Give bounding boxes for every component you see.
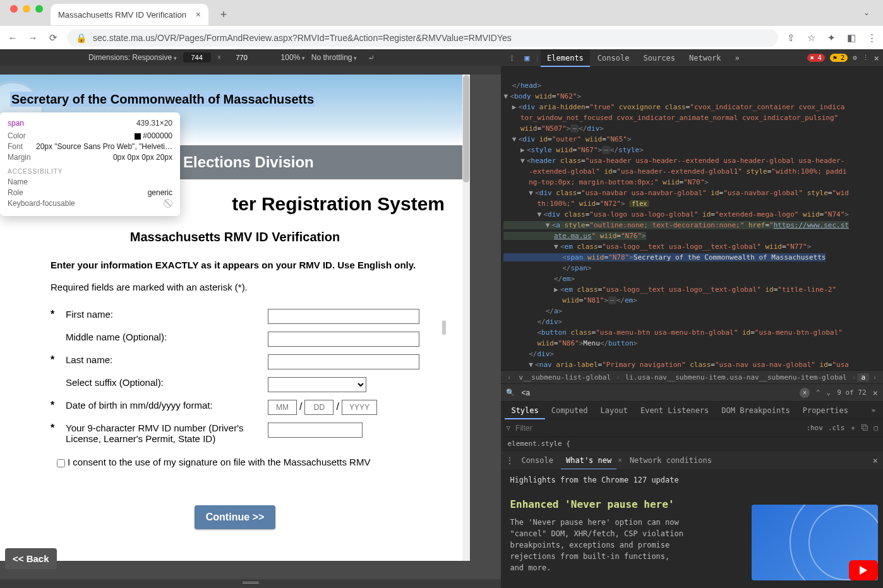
search-icon: 🔍 bbox=[506, 388, 515, 397]
first-name-label: First name: bbox=[66, 309, 261, 320]
back-button[interactable]: << Back bbox=[5, 548, 57, 569]
url-text: sec.state.ma.us/OVR/Pages/FormAndReview.… bbox=[93, 33, 512, 43]
dob-day-input[interactable] bbox=[304, 400, 333, 415]
find-count: 9 of 72 bbox=[837, 388, 866, 397]
crumb-left-icon[interactable]: ‹ bbox=[505, 373, 514, 381]
tab-layout[interactable]: Layout bbox=[594, 402, 634, 419]
error-badge[interactable]: ✖ 4 bbox=[807, 54, 825, 62]
tab-console[interactable]: Console bbox=[591, 49, 636, 67]
play-icon[interactable] bbox=[849, 560, 878, 580]
required-asterisk: * bbox=[51, 354, 59, 366]
tab-network[interactable]: Network bbox=[683, 49, 728, 67]
whatsnew-body: The 'Never pause here' option can now "c… bbox=[510, 517, 687, 573]
browser-tab[interactable]: Massachusetts RMV ID Verification × bbox=[51, 4, 208, 25]
last-name-input[interactable] bbox=[268, 354, 419, 369]
bookmark-icon[interactable]: ☆ bbox=[806, 32, 816, 44]
resize-handle-icon[interactable]: ║ bbox=[440, 320, 447, 333]
tab-properties[interactable]: Properties bbox=[796, 402, 855, 419]
reload-icon[interactable]: ⟳ bbox=[47, 32, 59, 44]
bottom-resize-handle[interactable]: ═══ bbox=[0, 579, 501, 588]
first-name-input[interactable] bbox=[268, 309, 419, 324]
warning-badge[interactable]: ⚑ 2 bbox=[830, 54, 848, 62]
drawer-tab-whatsnew[interactable]: What's new bbox=[561, 451, 616, 470]
required-asterisk: * bbox=[51, 309, 59, 320]
toggle-panel-icon[interactable]: ▢ bbox=[874, 424, 878, 432]
device-icon[interactable]: ⿻ bbox=[862, 424, 868, 432]
window-close-traffic[interactable] bbox=[10, 5, 18, 13]
middle-name-input[interactable] bbox=[268, 332, 419, 347]
suffix-select[interactable] bbox=[268, 377, 366, 392]
tooltip-dims: 439.31×20 bbox=[136, 119, 172, 128]
tooltip-tag: span bbox=[8, 119, 24, 128]
new-style-icon[interactable]: ＋ bbox=[850, 423, 856, 433]
not-focusable-icon bbox=[164, 199, 172, 208]
back-icon[interactable]: ← bbox=[6, 32, 19, 43]
tab-dom-breakpoints[interactable]: DOM Breakpoints bbox=[715, 402, 796, 419]
required-asterisk: * bbox=[51, 423, 59, 434]
tabs-overflow-button[interactable]: ⌄ bbox=[858, 4, 875, 21]
required-asterisk: * bbox=[51, 400, 59, 411]
extensions-icon[interactable]: ✦ bbox=[826, 32, 836, 44]
inspect-tooltip: span 439.31×20 Color#000000 Font20px "So… bbox=[0, 112, 180, 216]
new-tab-button[interactable]: + bbox=[215, 6, 232, 23]
required-hint: Required fields are marked with an aster… bbox=[13, 282, 457, 292]
forward-icon[interactable]: → bbox=[27, 32, 39, 43]
inspect-mode-icon[interactable]: ⟟ bbox=[505, 53, 519, 63]
drawer-close-icon[interactable]: × bbox=[873, 455, 878, 465]
tab-overflow-icon[interactable]: » bbox=[729, 49, 746, 67]
find-prev-icon[interactable]: ⌃ bbox=[816, 388, 820, 397]
device-height-input[interactable] bbox=[228, 52, 256, 63]
devtools-more-icon[interactable]: ⋮ bbox=[862, 54, 869, 62]
throttling-dropdown[interactable]: No throttling bbox=[311, 53, 357, 62]
tab-event-listeners[interactable]: Event Listeners bbox=[634, 402, 715, 419]
dob-month-input[interactable] bbox=[268, 400, 297, 415]
rmv-label: Your 9-character RMV ID number (Driver's… bbox=[66, 423, 261, 444]
dom-search-input[interactable] bbox=[521, 388, 793, 397]
consent-label: I consent to the use of my signature on … bbox=[68, 457, 370, 467]
dob-year-input[interactable] bbox=[342, 400, 377, 415]
find-next-icon[interactable]: ⌄ bbox=[827, 388, 831, 397]
drawer-tab-netcond[interactable]: Network conditions bbox=[625, 456, 717, 465]
devtools-close-icon[interactable]: × bbox=[874, 53, 879, 63]
viewport-scrollbar[interactable] bbox=[462, 75, 470, 561]
cls-toggle[interactable]: .cls bbox=[828, 424, 845, 432]
styles-pane[interactable]: element.style { bbox=[501, 437, 883, 450]
clear-search-icon[interactable]: × bbox=[800, 388, 810, 398]
continue-button[interactable]: Continue >> bbox=[195, 505, 275, 529]
overflow-menu-icon[interactable]: ⋮ bbox=[867, 32, 877, 44]
dom-tree[interactable]: </head> ▼<body wiid="N62"> ▶<div aria-hi… bbox=[501, 67, 883, 370]
window-max-traffic[interactable] bbox=[35, 5, 43, 13]
tab-styles[interactable]: Styles bbox=[505, 402, 544, 419]
rmv-id-input[interactable] bbox=[268, 423, 363, 438]
consent-checkbox[interactable] bbox=[57, 459, 65, 467]
window-min-traffic[interactable] bbox=[23, 5, 30, 13]
breadcrumb[interactable]: ‹ v__submenu-list-global› li.usa-nav__su… bbox=[501, 370, 883, 384]
find-close-icon[interactable]: × bbox=[873, 388, 878, 398]
tab-sources[interactable]: Sources bbox=[637, 49, 682, 67]
dob-label: Date of birth in mm/dd/yyyy format: bbox=[66, 400, 261, 411]
tab-computed[interactable]: Computed bbox=[545, 402, 594, 419]
tab-elements[interactable]: Elements bbox=[541, 49, 590, 67]
device-mode-icon[interactable]: ▣ bbox=[520, 53, 534, 63]
rotate-icon[interactable]: ⤾ bbox=[368, 53, 375, 62]
share-icon[interactable]: ⇧ bbox=[786, 32, 796, 44]
whatsnew-video-thumb[interactable] bbox=[752, 505, 878, 580]
zoom-dropdown[interactable]: 100% bbox=[281, 53, 305, 62]
close-whatsnew-icon[interactable]: × bbox=[618, 456, 622, 464]
dimensions-dropdown[interactable]: Dimensions: Responsive bbox=[88, 53, 177, 62]
last-name-label: Last name: bbox=[66, 354, 261, 365]
panel-icon[interactable]: ◧ bbox=[846, 32, 856, 44]
drawer-tab-console[interactable]: Console bbox=[516, 456, 558, 465]
whatsnew-highlight: Highlights from the Chrome 127 update bbox=[510, 476, 874, 484]
styles-filter-input[interactable] bbox=[515, 424, 801, 433]
filter-icon: ▽ bbox=[506, 424, 510, 432]
crumb-right-icon[interactable]: › bbox=[870, 373, 879, 381]
address-bar[interactable]: 🔒 sec.state.ma.us/OVR/Pages/FormAndRevie… bbox=[67, 29, 778, 47]
styles-overflow-icon[interactable]: » bbox=[867, 406, 879, 414]
dim-separator: × bbox=[217, 53, 222, 62]
gear-icon[interactable]: ⚙ bbox=[853, 54, 857, 62]
device-width-input[interactable] bbox=[183, 52, 211, 63]
drawer-more-icon[interactable]: ⋮ bbox=[506, 456, 514, 465]
close-tab-icon[interactable]: × bbox=[196, 9, 201, 20]
hov-toggle[interactable]: :hov bbox=[806, 424, 823, 432]
